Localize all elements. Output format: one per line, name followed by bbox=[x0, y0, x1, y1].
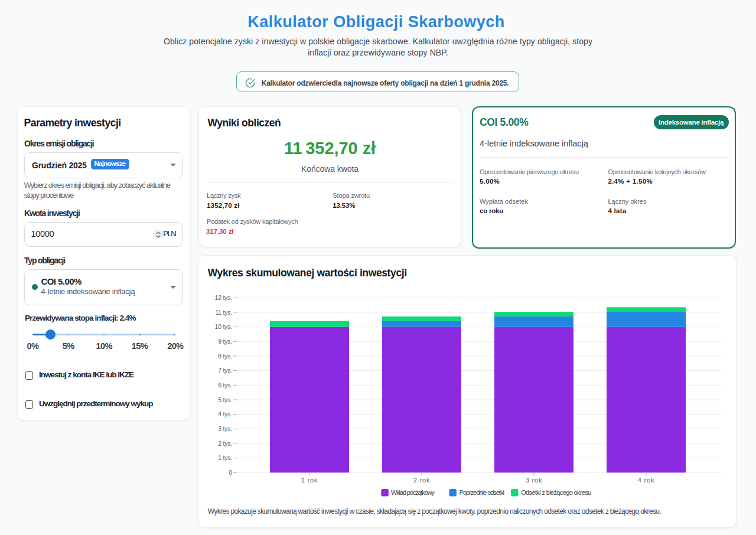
svg-text:9 tys.: 9 tys. bbox=[218, 338, 232, 345]
svg-text:1 rok: 1 rok bbox=[301, 477, 318, 484]
svg-text:2 tys.: 2 tys. bbox=[218, 440, 232, 447]
svg-text:Poprzednie odsetki: Poprzednie odsetki bbox=[460, 489, 504, 496]
svg-text:1 tys.: 1 tys. bbox=[218, 454, 232, 461]
svg-text:Wkład początkowy: Wkład początkowy bbox=[391, 489, 435, 496]
svg-text:7 tys.: 7 tys. bbox=[218, 367, 232, 374]
svg-text:Odsetki z bieżącego okresu: Odsetki z bieżącego okresu bbox=[521, 489, 591, 496]
svg-text:11 tys.: 11 tys. bbox=[215, 309, 232, 316]
svg-text:6 tys.: 6 tys. bbox=[218, 381, 232, 389]
svg-text:3 rok: 3 rok bbox=[526, 477, 542, 484]
svg-text:3 tys.: 3 tys. bbox=[218, 425, 232, 432]
svg-text:12 tys.: 12 tys. bbox=[215, 294, 232, 301]
svg-text:4 rok: 4 rok bbox=[638, 477, 654, 484]
svg-text:0: 0 bbox=[229, 469, 232, 476]
svg-text:4 tys.: 4 tys. bbox=[218, 410, 232, 417]
svg-text:8 tys.: 8 tys. bbox=[218, 353, 232, 360]
svg-text:10 tys.: 10 tys. bbox=[215, 323, 232, 330]
svg-text:5 tys.: 5 tys. bbox=[218, 396, 232, 403]
svg-text:2 rok: 2 rok bbox=[413, 477, 430, 484]
